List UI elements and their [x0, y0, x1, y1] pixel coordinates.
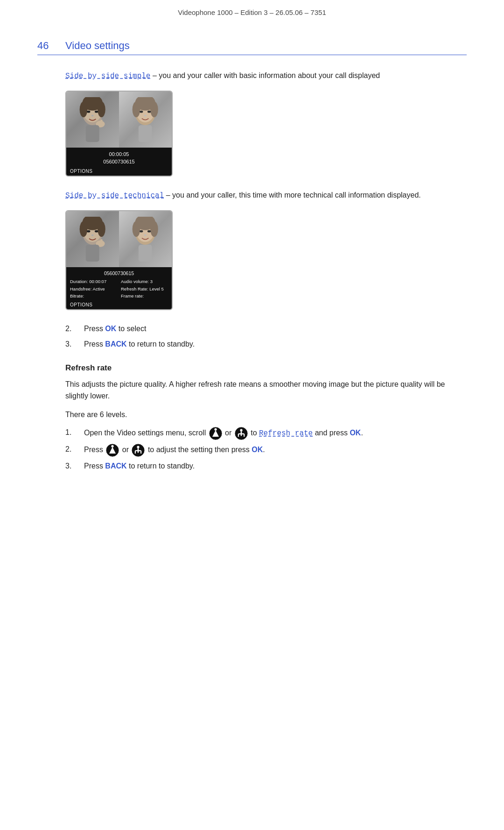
mode2-desc: Side by side technical – you and your ca… [65, 190, 467, 202]
section-number: 46 [37, 40, 54, 52]
back-keyword-3: BACK [105, 340, 126, 348]
svg-point-14 [133, 101, 140, 117]
face-left-1 [66, 92, 119, 148]
ok-keyword-rr2: OK [252, 446, 263, 454]
svg-point-4 [98, 101, 105, 117]
svg-point-5 [87, 111, 90, 113]
rr-step-text-3: Press BACK to return to standby. [84, 461, 195, 472]
svg-rect-10 [86, 125, 99, 142]
svg-rect-29 [100, 239, 103, 246]
step-text-3: Press BACK to return to standby. [84, 339, 195, 350]
svg-point-35 [150, 221, 158, 237]
scroll-up-icon-1 [209, 427, 222, 440]
content-area: 46 Video settings Side by side simple – … [0, 21, 504, 510]
svg-point-25 [87, 230, 90, 232]
svg-rect-19 [139, 125, 152, 142]
refresh-rate-section: Refresh rate This adjusts the picture qu… [65, 363, 467, 473]
rr-step-num-3: 3. [65, 461, 78, 472]
svg-point-23 [80, 221, 88, 237]
face-svg-left-1 [71, 97, 113, 142]
scroll-up-icon-2 [106, 444, 119, 457]
rr-step-2: 2. Press or [65, 444, 467, 457]
header-text: Videophone 1000 – Edition 3 – 26.05.06 –… [178, 8, 326, 16]
audio-label: Audio volume: 3 [121, 278, 168, 285]
rr-step-text-1: Open the Video settings menu, scroll or [84, 427, 363, 440]
phone-mockup-2: 05600730615 Duration: 00:00:07 Audio vol… [65, 210, 173, 310]
framerate-label: Frame rate: [121, 292, 168, 299]
svg-point-27 [91, 234, 94, 236]
section-title: Video settings [65, 40, 130, 52]
page-header: Videophone 1000 – Edition 3 – 26.05.06 –… [0, 0, 504, 21]
svg-point-15 [150, 101, 158, 117]
step-num-3: 3. [65, 339, 78, 350]
options-label-1: OPTIONS [70, 169, 93, 174]
svg-rect-39 [139, 245, 152, 262]
phone-screen-top-1 [66, 92, 172, 148]
ok-keyword-rr1: OK [350, 429, 361, 437]
back-keyword-rr3: BACK [105, 462, 126, 470]
svg-point-41 [214, 428, 217, 431]
face-left-2 [66, 211, 119, 267]
step-text-2: Press OK to select [84, 323, 146, 335]
section-divider [37, 55, 467, 55]
duration-label: Duration: 00:00:07 [70, 278, 117, 285]
phone-screen-top-2 [66, 211, 172, 267]
svg-point-16 [140, 111, 143, 113]
phone-info-bar-2: 05600730615 Duration: 00:00:07 Audio vol… [66, 267, 172, 301]
scroll-down-icon-2 [132, 444, 145, 457]
ok-keyword-2: OK [105, 325, 116, 333]
connector-or-1: or [225, 429, 234, 437]
mode1-title: Side by side simple [65, 72, 150, 80]
refresh-label: Refresh Rate: Level 5 [121, 285, 168, 292]
phone-time: 00:00:05 [68, 150, 170, 158]
phone-info-bar-1: 00:00:05 05600730615 [66, 148, 172, 168]
svg-point-3 [80, 101, 88, 117]
rr-step-num-1: 1. [65, 427, 78, 439]
rr-step-num-2: 2. [65, 444, 78, 455]
face-right-2 [119, 211, 172, 267]
phone-number: 05600730615 [68, 158, 170, 166]
face-svg-right-2 [124, 217, 166, 262]
svg-point-38 [144, 234, 147, 236]
mode1-block: Side by side simple – you and your calle… [65, 70, 467, 350]
rr-step-3: 3. Press BACK to return to standby. [65, 461, 467, 472]
svg-point-36 [140, 230, 143, 232]
svg-point-49 [112, 445, 114, 447]
svg-rect-30 [86, 245, 99, 262]
refresh-rate-body1: This adjusts the picture quality. A high… [65, 378, 467, 402]
face-svg-left-2 [71, 217, 113, 262]
mode1-desc: Side by side simple – you and your calle… [65, 70, 467, 82]
phone-options-1: OPTIONS [66, 168, 172, 176]
svg-point-24 [98, 221, 105, 237]
svg-point-7 [91, 115, 94, 117]
refresh-rate-heading: Refresh rate [65, 363, 467, 373]
phone-mockup-1: 00:00:05 05600730615 OPTIONS [65, 91, 173, 177]
connector-or-2: or [122, 446, 131, 454]
options-label-2: OPTIONS [70, 302, 93, 307]
handsfree-label: Handsfree: Active [70, 285, 117, 292]
select-steps: 2. Press OK to select 3. Press BACK to r… [65, 323, 467, 350]
scroll-down-icon-1 [235, 427, 248, 440]
rr-step-1: 1. Open the Video settings menu, scroll … [65, 427, 467, 440]
bitrate-label: Bitrate: [70, 292, 117, 299]
step-3-back: 3. Press BACK to return to standby. [65, 339, 467, 350]
svg-point-51 [137, 446, 140, 448]
refresh-rate-body2: There are 6 levels. [65, 409, 467, 421]
svg-point-34 [133, 221, 140, 237]
face-svg-right-1 [124, 97, 166, 142]
mode2-title: Side by side technical [65, 192, 164, 200]
tech-grid: Duration: 00:00:07 Audio volume: 3 Hands… [70, 278, 168, 299]
step-num-2: 2. [65, 323, 78, 335]
svg-point-43 [240, 429, 242, 432]
phone-options-2: OPTIONS [66, 301, 172, 309]
refresh-rate-steps: 1. Open the Video settings menu, scroll … [65, 427, 467, 472]
svg-point-26 [95, 230, 98, 232]
rr-step-text-2: Press or to adjus [84, 444, 265, 457]
phone-number-2: 05600730615 [70, 270, 168, 277]
svg-rect-9 [100, 120, 103, 126]
refresh-rate-link-1: Refresh rate [259, 430, 313, 438]
svg-point-18 [144, 115, 147, 117]
svg-point-37 [147, 230, 151, 232]
face-right-1 [119, 92, 172, 148]
svg-point-17 [147, 111, 151, 113]
